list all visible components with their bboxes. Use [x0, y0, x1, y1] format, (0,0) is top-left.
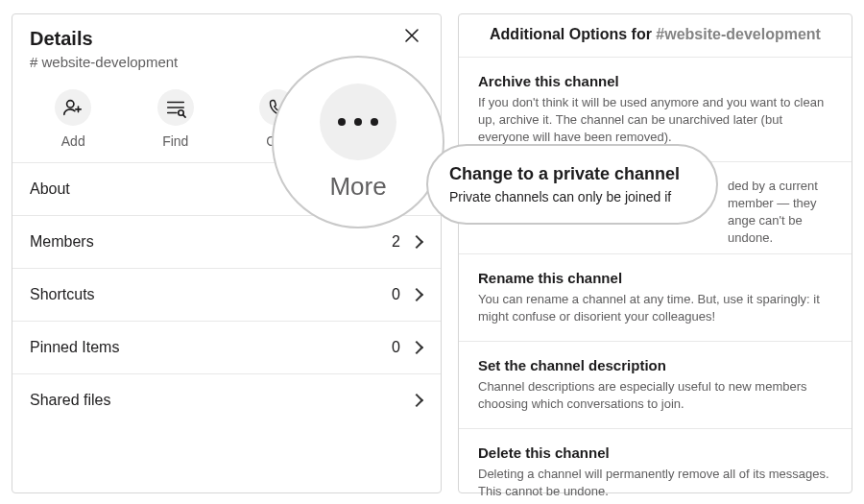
- options-title-prefix: Additional Options for: [490, 26, 656, 42]
- shortcuts-label: Shortcuts: [30, 286, 95, 303]
- option-set-description[interactable]: Set the channel description Channel desc…: [459, 342, 852, 429]
- person-add-icon: [55, 89, 91, 126]
- find-list-icon: [157, 89, 194, 126]
- option-delete[interactable]: Delete this channel Deleting a channel w…: [459, 429, 852, 504]
- chevron-right-icon: [410, 394, 423, 407]
- members-count: 2: [392, 233, 400, 251]
- chevron-right-icon: [410, 341, 423, 354]
- pinned-count: 0: [392, 339, 400, 356]
- about-label: About: [30, 180, 70, 198]
- ellipsis-icon: [320, 84, 396, 160]
- chevron-right-icon: [410, 235, 423, 249]
- archive-title: Archive this channel: [478, 73, 832, 89]
- options-title-channel: #website-development: [656, 26, 821, 42]
- setdesc-desc: Channel descriptions are especially usef…: [478, 378, 832, 413]
- add-label: Add: [61, 133, 85, 149]
- find-button[interactable]: Find: [157, 89, 194, 149]
- options-title: Additional Options for #website-developm…: [459, 14, 852, 58]
- archive-desc: If you don't think it will be used anymo…: [478, 94, 832, 146]
- magnifier-label: More: [329, 172, 386, 202]
- delete-title: Delete this channel: [478, 444, 832, 461]
- add-button[interactable]: Add: [55, 89, 91, 149]
- rename-title: Rename this channel: [478, 270, 832, 286]
- row-shared-files[interactable]: Shared files: [12, 374, 441, 426]
- row-shortcuts[interactable]: Shortcuts 0: [12, 269, 441, 322]
- rename-desc: You can rename a channel at any time. Bu…: [478, 291, 832, 325]
- chevron-right-icon: [410, 288, 423, 301]
- shared-files-label: Shared files: [30, 392, 111, 409]
- setdesc-title: Set the channel description: [478, 357, 832, 373]
- svg-point-0: [67, 101, 74, 108]
- find-label: Find: [162, 133, 188, 149]
- option-rename[interactable]: Rename this channel You can rename a cha…: [459, 254, 852, 342]
- pinned-label: Pinned Items: [30, 339, 119, 356]
- row-pinned[interactable]: Pinned Items 0: [12, 322, 441, 374]
- private-highlight-title: Change to a private channel: [449, 164, 695, 184]
- details-title: Details: [30, 28, 93, 50]
- more-magnifier: More: [272, 56, 444, 228]
- delete-desc: Deleting a channel will permanently remo…: [478, 466, 832, 500]
- canvas: Details # website-development Add Find: [0, 0, 864, 504]
- close-icon[interactable]: [404, 28, 423, 47]
- private-highlight-desc: Private channels can only be joined if: [449, 188, 695, 205]
- private-highlight: Change to a private channel Private chan…: [426, 144, 718, 225]
- additional-options-panel: Additional Options for #website-developm…: [458, 13, 852, 493]
- details-title-row: Details: [30, 28, 423, 50]
- shortcuts-count: 0: [392, 286, 400, 303]
- members-label: Members: [30, 233, 94, 251]
